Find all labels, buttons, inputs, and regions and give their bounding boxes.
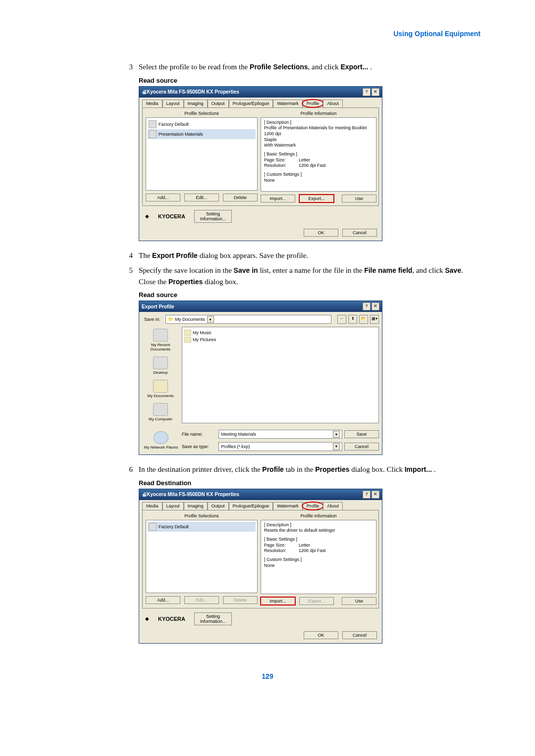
tab-output[interactable]: Output: [208, 502, 229, 510]
file-name-input[interactable]: Meeting Materials▼: [218, 430, 342, 439]
cancel-button[interactable]: Cancel: [342, 229, 377, 237]
profile-icon: [149, 120, 157, 128]
properties-dialog-destination: 🖨 Kyocera Mita FS-9500DN KX Properties ?…: [139, 489, 382, 644]
place-desktop[interactable]: Desktop: [142, 354, 179, 377]
folder-name: My Music: [193, 330, 212, 335]
place-documents[interactable]: My Documents: [142, 378, 179, 400]
documents-icon: [153, 380, 168, 393]
tab-watermark[interactable]: Watermark: [273, 502, 303, 510]
profile-selections-label: Profile Selections: [146, 111, 258, 116]
edit-button[interactable]: Edit...: [184, 194, 219, 202]
chevron-down-icon[interactable]: ▼: [333, 431, 340, 438]
info-text: None: [264, 178, 373, 184]
profile-selections-list[interactable]: Factory Default: [146, 520, 258, 593]
delete-button[interactable]: Delete: [223, 194, 258, 202]
save-in-value: My Documents: [175, 317, 205, 322]
info-heading: [ Description ]: [264, 522, 373, 528]
step-number: 6: [119, 464, 139, 475]
tab-prologue[interactable]: Prologue/Epilogue: [229, 502, 273, 510]
tab-about[interactable]: About: [323, 502, 343, 510]
tab-media[interactable]: Media: [142, 100, 162, 107]
info-heading: [ Custom Settings ]: [264, 557, 373, 563]
setting-information-button[interactable]: Setting Information...: [194, 612, 232, 625]
use-button[interactable]: Use: [342, 597, 376, 605]
folder-icon: [184, 337, 191, 343]
help-icon[interactable]: ?: [363, 491, 371, 499]
place-label: My Documents: [147, 394, 173, 398]
close-icon[interactable]: ✕: [372, 302, 379, 310]
tab-imaging[interactable]: Imaging: [184, 502, 208, 510]
info-label: Page Size:: [264, 543, 299, 549]
step-number: 5: [119, 265, 139, 287]
tab-output[interactable]: Output: [208, 100, 229, 107]
cancel-button[interactable]: Cancel: [344, 443, 379, 451]
back-icon[interactable]: ←: [337, 315, 346, 324]
window-title: Export Profile: [142, 304, 363, 309]
brand-name: KYOCERA: [158, 213, 185, 219]
profile-information-box: [ Description ] Profile of Presentation …: [261, 117, 376, 192]
file-name-value: Meeting Materials: [221, 432, 256, 437]
list-item[interactable]: Factory Default: [148, 522, 256, 532]
window-title: Kyocera Mita FS-9500DN KX Properties: [147, 492, 363, 497]
help-icon[interactable]: ?: [363, 302, 371, 310]
network-icon: [154, 431, 168, 444]
place-recent[interactable]: My Recent Documents: [142, 327, 179, 353]
use-button[interactable]: Use: [342, 195, 376, 202]
add-button[interactable]: Add...: [146, 194, 180, 202]
close-icon[interactable]: ✕: [372, 88, 379, 96]
place-network[interactable]: My Network Places: [142, 429, 180, 452]
tab-layout[interactable]: Layout: [162, 100, 184, 107]
export-button[interactable]: Export...: [299, 195, 334, 202]
new-folder-icon[interactable]: 📂: [359, 315, 368, 324]
tab-watermark[interactable]: Watermark: [273, 100, 303, 107]
chevron-down-icon[interactable]: ▼: [207, 316, 214, 323]
import-button[interactable]: Import...: [261, 195, 295, 202]
info-value: Letter: [299, 543, 310, 549]
chevron-down-icon[interactable]: ▼: [333, 443, 340, 450]
tab-imaging[interactable]: Imaging: [184, 100, 208, 107]
folder-item[interactable]: My Pictures: [184, 336, 376, 343]
info-value: Letter: [299, 157, 310, 163]
text: Specify the save location in the: [139, 266, 234, 274]
tab-prologue[interactable]: Prologue/Epilogue: [229, 100, 273, 107]
import-button[interactable]: Import...: [261, 597, 295, 605]
tab-layout[interactable]: Layout: [162, 502, 184, 510]
export-profile-dialog: Export Profile ? ✕ Save in: 📁 My Documen…: [139, 301, 382, 455]
up-icon[interactable]: ⬆: [348, 315, 357, 324]
file-list[interactable]: My Music My Pictures: [182, 327, 379, 423]
tab-about[interactable]: About: [323, 100, 343, 107]
step-text: Select the profile to be read from the P…: [139, 61, 476, 73]
tab-profile[interactable]: Profile: [303, 100, 323, 107]
properties-dialog-source: 🖨 Kyocera Mita FS-9500DN KX Properties ?…: [139, 86, 382, 241]
list-item[interactable]: Presentation Materials: [148, 129, 256, 139]
add-button[interactable]: Add...: [146, 596, 180, 604]
close-icon[interactable]: ✕: [372, 491, 379, 499]
setting-information-button[interactable]: Setting Information...: [194, 210, 232, 223]
text: The: [139, 252, 152, 259]
info-label: Resolution:: [264, 163, 299, 169]
profile-selections-list[interactable]: Factory Default Presentation Materials: [146, 117, 258, 191]
save-button[interactable]: Save: [344, 430, 379, 438]
cancel-button[interactable]: Cancel: [342, 631, 377, 639]
folder-item[interactable]: My Music: [184, 329, 376, 336]
text: list, enter a name for the file in the: [258, 266, 365, 274]
bold-text: Export Profile: [152, 252, 198, 259]
view-menu-icon[interactable]: ▦▾: [370, 315, 379, 324]
ok-button[interactable]: OK: [304, 631, 338, 639]
save-type-combo[interactable]: Profiles (*.kxp)▼: [218, 442, 342, 451]
tab-profile[interactable]: Profile: [303, 502, 323, 510]
place-computer[interactable]: My Computer: [142, 401, 179, 423]
places-bar: My Recent Documents Desktop My Documents…: [142, 327, 179, 423]
bold-text: Properties: [168, 278, 203, 286]
info-text: Staple: [264, 137, 373, 143]
tab-media[interactable]: Media: [142, 502, 162, 510]
info-heading: [ Basic Settings ]: [264, 537, 373, 543]
ok-button[interactable]: OK: [304, 229, 338, 237]
save-type-label: Save as type:: [182, 444, 216, 449]
help-icon[interactable]: ?: [363, 88, 371, 96]
subtitle-read-source: Read source: [139, 291, 476, 299]
info-heading: [ Custom Settings ]: [264, 172, 373, 178]
save-in-combo[interactable]: 📁 My Documents ▼: [165, 315, 331, 324]
text: .: [432, 465, 436, 473]
list-item[interactable]: Factory Default: [148, 119, 256, 129]
